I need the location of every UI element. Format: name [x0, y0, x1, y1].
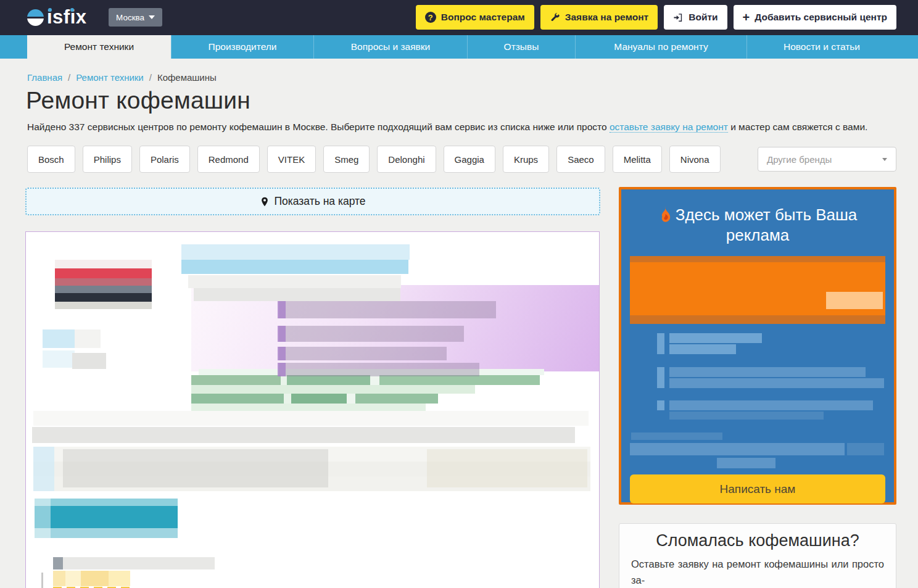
brand-button-krups[interactable]: Krups: [503, 146, 549, 173]
show-on-map-label: Показать на карте: [274, 195, 365, 208]
blurred-ad-line: [669, 344, 736, 354]
tab-questions[interactable]: Вопросы и заявки: [313, 35, 467, 59]
logo-text: isfix: [47, 6, 87, 28]
brand-button-melitta[interactable]: Melitta: [613, 146, 662, 173]
breadcrumb-separator: /: [68, 72, 70, 83]
header-actions: ? Вопрос мастерам Заявка на ремонт Войти…: [416, 5, 896, 30]
blurred-list-row: [279, 326, 464, 342]
blurred-text-line: [188, 275, 401, 288]
leave-request-link[interactable]: оставьте заявку на ремонт: [610, 122, 728, 133]
question-icon: ?: [425, 12, 436, 23]
tab-manuals[interactable]: Мануалы по ремонту: [575, 35, 746, 59]
blurred-text-line: [53, 557, 215, 569]
breadcrumb-current: Кофемашины: [157, 72, 217, 83]
blurred-badge: [43, 329, 75, 348]
repair-request-button[interactable]: Заявка на ремонт: [540, 5, 658, 30]
main-nav: Ремонт техники Производители Вопросы и з…: [0, 35, 918, 59]
blurred-divider: [41, 573, 43, 588]
page: isfix Москва ? Вопрос мастерам Заявка на…: [0, 0, 918, 588]
blurred-ad-line: [847, 443, 884, 455]
ask-masters-button[interactable]: ? Вопрос мастерам: [416, 5, 534, 30]
login-button[interactable]: Войти: [664, 5, 727, 30]
brand-button-smeg[interactable]: Smeg: [323, 146, 370, 173]
ad-box: Здесь может быть Ваша реклама Написать н…: [619, 187, 896, 505]
blurred-ad-banner: [630, 256, 885, 324]
nav-spacer: [0, 35, 27, 59]
blurred-ad-line: [631, 433, 722, 440]
flame-icon: [658, 206, 672, 222]
other-brands-label: Другие бренды: [767, 154, 832, 165]
breadcrumb-repair[interactable]: Ремонт техники: [76, 72, 143, 83]
intro-after: и мастер сам свяжется с вами.: [728, 122, 868, 132]
chevron-down-icon: [149, 15, 155, 19]
city-selector[interactable]: Москва: [109, 8, 162, 27]
add-service-center-button[interactable]: + Добавить сервисный центр: [734, 5, 896, 30]
brand-button-polaris[interactable]: Polaris: [139, 146, 190, 173]
brand-button-delonghi[interactable]: Delonghi: [377, 146, 436, 173]
logo-dot-icon: [70, 8, 74, 12]
brand-button-vitek[interactable]: VITEK: [267, 146, 316, 173]
blurred-badge: [75, 329, 101, 348]
blurred-ad-line: [669, 412, 824, 420]
blurred-company-logo: [55, 260, 152, 309]
repair-request-label: Заявка на ремонт: [565, 12, 648, 23]
blurred-wide-row: [33, 411, 589, 426]
blurred-rating-stars: [53, 571, 130, 586]
brand-button-saeco[interactable]: Saeco: [556, 146, 605, 173]
tab-news[interactable]: Новости и статьи: [746, 35, 896, 59]
blurred-ad-line: [630, 443, 845, 455]
blurred-ad-line: [669, 367, 866, 377]
brand-button-redmond[interactable]: Redmond: [197, 146, 260, 173]
blurred-bullet: [657, 367, 664, 388]
blurred-green-row: [191, 385, 475, 394]
blurred-green-row: [191, 394, 438, 404]
request-widget: Сломалась кофемашина? Оставьте заявку на…: [619, 523, 896, 588]
blurred-title-line: [181, 244, 410, 260]
chevron-down-icon: [882, 158, 887, 161]
brand-button-philips[interactable]: Philips: [83, 146, 132, 173]
blurred-bullet: [657, 333, 664, 354]
tab-reviews[interactable]: Отзывы: [467, 35, 575, 59]
blurred-ad-line: [717, 458, 775, 468]
blurred-list-row: [279, 347, 447, 360]
logo[interactable]: isfix: [27, 6, 87, 28]
page-title: Ремонт кофемашин: [26, 87, 250, 114]
blurred-text-line: [194, 288, 400, 301]
blurred-list-row: [279, 363, 479, 376]
breadcrumb-home[interactable]: Главная: [27, 72, 62, 83]
write-to-us-button[interactable]: Написать нам: [630, 474, 885, 503]
logo-dot-icon: [48, 8, 52, 12]
login-label: Войти: [688, 12, 717, 23]
blurred-list-row: [279, 301, 496, 318]
brand-button-bosch[interactable]: Bosch: [27, 146, 75, 173]
ask-masters-label: Вопрос мастерам: [441, 12, 525, 23]
map-pin-icon: [260, 196, 270, 208]
tab-repair[interactable]: Ремонт техники: [27, 35, 171, 59]
tab-manufacturers[interactable]: Производители: [171, 35, 313, 59]
widget-title: Сломалась кофемашина?: [619, 531, 896, 550]
brand-button-nivona[interactable]: Nivona: [669, 146, 721, 173]
intro-text: Найдено 337 сервисных центров по ремонту…: [27, 122, 891, 133]
brand-filter: Bosch Philips Polaris Redmond VITEK Smeg…: [27, 146, 721, 173]
blurred-ad-line: [669, 378, 884, 388]
show-on-map-button[interactable]: Показать на карте: [25, 188, 600, 215]
intro-before: Найдено 337 сервисных центров по ремонту…: [27, 122, 610, 132]
blurred-wide-row: [32, 427, 575, 443]
add-service-center-label: Добавить сервисный центр: [755, 12, 887, 23]
breadcrumb: Главная / Ремонт техники / Кофемашины: [27, 72, 217, 83]
brand-button-gaggia[interactable]: Gaggia: [444, 146, 495, 173]
widget-text: Оставьте заявку на ремонт кофемашины или…: [631, 557, 884, 588]
logo-icon: [27, 9, 44, 26]
top-header: isfix Москва ? Вопрос мастерам Заявка на…: [0, 0, 918, 35]
blurred-bullet: [657, 400, 664, 410]
other-brands-dropdown[interactable]: Другие бренды: [758, 147, 896, 172]
blurred-ad-line: [669, 400, 873, 410]
nav-spacer: [896, 35, 918, 59]
blurred-green-row: [191, 404, 426, 411]
blurred-title-line: [181, 260, 408, 274]
service-listing-card[interactable]: [25, 231, 600, 588]
blurred-action-block: [35, 499, 178, 538]
ad-title: Здесь может быть Ваша реклама: [621, 205, 894, 245]
blurred-badge: [43, 350, 75, 368]
wrench-icon: [550, 12, 560, 23]
